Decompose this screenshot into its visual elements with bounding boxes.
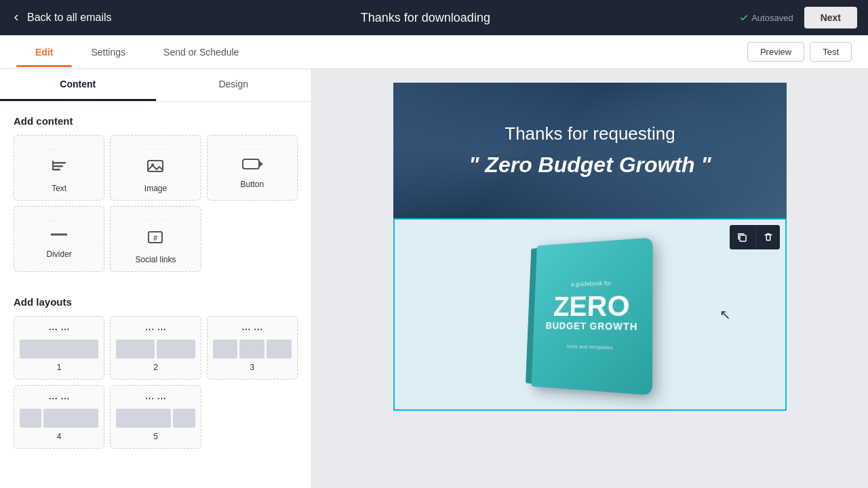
content-item-button[interactable]: ··· ··· Button — [207, 135, 298, 201]
social-icon: # — [146, 228, 165, 251]
dots-social: ··· ··· — [146, 218, 166, 224]
dots-button: ··· ··· — [242, 146, 262, 152]
content-item-divider-label: Divider — [46, 249, 71, 259]
dots-image: ··· ··· — [146, 146, 166, 152]
dots-text: ··· ··· — [49, 146, 69, 152]
dots-layout4: ··· ··· — [49, 392, 70, 405]
sidebar-tab-content[interactable]: Content — [0, 69, 156, 101]
layout-preview-1 — [20, 340, 98, 359]
book-cover: a guidebook for ZERO BUDGET GROWTH tools… — [532, 237, 653, 395]
sidebar-tab-design[interactable]: Design — [156, 69, 312, 101]
back-button[interactable]: Back to all emails — [11, 12, 112, 24]
tab-edit[interactable]: Edit — [16, 37, 72, 67]
autosaved-indicator: Autosaved — [739, 13, 793, 23]
content-item-text[interactable]: ··· ··· Text — [14, 135, 104, 201]
layouts-grid: ··· ··· 1 ··· ··· 2 ··· ··· — [0, 316, 311, 460]
layout-4-label: 4 — [57, 432, 62, 441]
svg-rect-1 — [52, 165, 63, 167]
autosaved-label: Autosaved — [751, 13, 793, 23]
dots-layout2: ··· ··· — [145, 323, 166, 336]
content-item-social-label: Social links — [135, 255, 176, 264]
image-icon — [146, 157, 165, 180]
book-small-text: a guidebook for — [571, 279, 612, 287]
svg-rect-4 — [148, 161, 163, 171]
block-toolbar — [730, 225, 780, 249]
chevron-left-icon — [11, 12, 22, 23]
layout-col — [20, 340, 98, 359]
dots-layout5: ··· ··· — [145, 392, 166, 405]
layout-1-label: 1 — [57, 363, 62, 372]
dots-divider: ··· ··· — [49, 218, 69, 224]
book-zero-text: ZERO — [553, 291, 629, 321]
top-bar-actions: Autosaved Next — [739, 7, 857, 28]
book-spine — [526, 248, 537, 384]
sidebar-tabs: Content Design — [0, 69, 311, 102]
layout-item-2[interactable]: ··· ··· 2 — [110, 316, 201, 380]
content-item-social[interactable]: ··· ··· # Social links — [110, 206, 201, 272]
layout-col — [116, 340, 155, 359]
layout-preview-5 — [116, 409, 195, 428]
layout-item-5[interactable]: ··· ··· 5 — [110, 385, 201, 449]
content-item-text-label: Text — [52, 184, 66, 193]
content-item-image-label: Image — [144, 184, 167, 193]
layout-col — [267, 340, 292, 359]
back-label: Back to all emails — [27, 12, 112, 24]
button-icon — [241, 157, 263, 176]
dots-layout3: ··· ··· — [241, 323, 262, 336]
svg-rect-19 — [740, 235, 746, 241]
text-icon — [50, 157, 68, 180]
book-bottom-text: tools and templates — [567, 343, 613, 350]
book-container: a guidebook for ZERO BUDGET GROWTH tools… — [502, 233, 678, 396]
layout-preview-4 — [20, 409, 98, 428]
email-wrapper: Thanks for requesting " Zero Budget Grow… — [393, 83, 787, 411]
layout-col — [20, 409, 41, 428]
next-button[interactable]: Next — [804, 7, 857, 28]
layout-item-1[interactable]: ··· ··· 1 — [14, 316, 104, 380]
dots-layout1: ··· ··· — [49, 323, 70, 336]
layout-5-label: 5 — [153, 432, 158, 441]
svg-text:#: # — [153, 234, 157, 242]
layout-item-4[interactable]: ··· ··· 4 — [14, 385, 104, 449]
layout-col — [213, 340, 238, 359]
svg-rect-0 — [52, 162, 66, 164]
tab-settings[interactable]: Settings — [72, 37, 144, 67]
tab-bar: Edit Settings Send or Schedule Preview T… — [0, 35, 868, 69]
main-layout: Content Design Add content ··· ··· Text — [0, 69, 868, 488]
sidebar: Content Design Add content ··· ··· Text — [0, 69, 312, 488]
hero-title: Thanks for requesting — [420, 123, 760, 144]
svg-rect-6 — [243, 159, 259, 169]
tab-send-or-schedule[interactable]: Send or Schedule — [144, 37, 258, 67]
layout-item-3[interactable]: ··· ··· 3 — [207, 316, 298, 380]
layout-2-label: 2 — [153, 363, 158, 372]
hero-block[interactable]: Thanks for requesting " Zero Budget Grow… — [393, 83, 787, 218]
divider-icon — [50, 228, 68, 245]
layout-preview-3 — [213, 340, 292, 359]
delete-block-button[interactable] — [755, 225, 780, 249]
add-layouts-title: Add layouts — [0, 283, 311, 316]
layout-col — [43, 409, 98, 428]
content-item-divider[interactable]: ··· ··· Divider — [14, 206, 104, 272]
layout-col — [239, 340, 264, 359]
check-icon — [739, 13, 749, 22]
content-item-image[interactable]: ··· ··· Image — [110, 135, 201, 201]
copy-block-button[interactable] — [730, 225, 754, 249]
svg-marker-7 — [260, 161, 263, 167]
page-title: Thanks for downloading — [361, 11, 490, 25]
layout-preview-2 — [116, 340, 195, 359]
content-items-grid: ··· ··· Text ··· ··· — [0, 135, 311, 283]
preview-button[interactable]: Preview — [747, 42, 804, 62]
image-block[interactable]: a guidebook for ZERO BUDGET GROWTH tools… — [393, 218, 787, 411]
svg-rect-3 — [52, 161, 54, 170]
book-budget-text: BUDGET GROWTH — [546, 320, 638, 332]
canvas-area: Thanks for requesting " Zero Budget Grow… — [312, 69, 868, 488]
image-block-inner: a guidebook for ZERO BUDGET GROWTH tools… — [395, 220, 785, 409]
layout-col — [173, 409, 195, 428]
top-bar: Back to all emails Thanks for downloadin… — [0, 0, 868, 35]
test-button[interactable]: Test — [810, 42, 852, 62]
layout-col — [116, 409, 171, 428]
layout-3-label: 3 — [250, 363, 254, 372]
add-content-title: Add content — [0, 102, 311, 135]
tabs-container: Edit Settings Send or Schedule — [16, 37, 258, 67]
layout-col — [157, 340, 195, 359]
hero-subtitle: " Zero Budget Growth " — [420, 152, 760, 178]
